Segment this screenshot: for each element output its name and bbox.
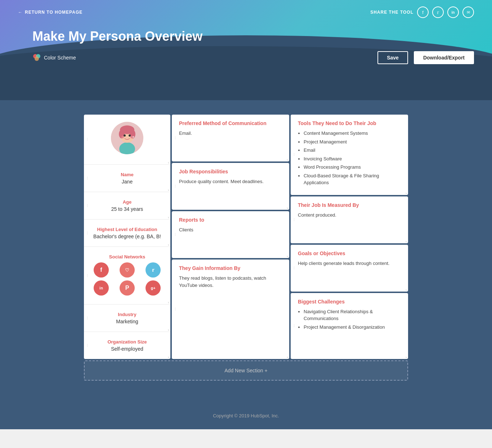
svg-point-13 [132,136,134,138]
challenge-item: Navigating Client Relationships & Commun… [304,308,401,322]
drag-handle-job-measured: ⋮ [292,218,296,221]
org-size-section: ⋮ Organization Size Self-employed ⌞ [84,332,170,359]
twitter-icon[interactable]: 𝕣 [146,262,161,278]
hero-section: ← RETURN TO HOMEPAGE SHARE THE TOOL f 𝕣 … [0,0,492,100]
age-label: Age [90,199,165,205]
add-section-label: Add New Section + [224,368,267,373]
drag-handle-gain-info: ⋮ [174,308,177,311]
resize-handle-name: ⌞ [168,187,170,191]
challenge-item: Project Management & Disorganization [304,324,401,331]
download-export-button[interactable]: Download/Export [414,51,474,64]
back-to-homepage-link[interactable]: ← RETURN TO HOMEPAGE [18,10,82,15]
job-measured-body: Content produced. [298,212,401,219]
org-size-value: Self-employed [90,346,165,352]
name-value: Jane [90,179,165,185]
drag-handle-org-size: ⋮ [86,344,89,347]
resize-handle-challenges: ⌞ [406,354,407,358]
reports-to-title: Reports to [179,217,282,223]
resize-handle-reports: ⌞ [287,253,289,257]
name-section: ⋮ Name Jane ⌞ [84,165,170,192]
share-linkedin-button[interactable]: in [447,6,459,18]
share-label: SHARE THE TOOL [370,10,413,15]
job-measured-card: ⋮ Their Job Is Measured By Content produ… [291,196,408,243]
share-area: SHARE THE TOOL f 𝕣 in ✉ [370,6,474,18]
challenges-card: ⋮ Biggest Challenges Navigating Client R… [291,293,408,359]
tools-body: Content Management Systems Project Manag… [298,130,401,186]
resize-handle-industry: ⌞ [168,327,170,331]
drag-handle-social: ⋮ [86,274,89,277]
reports-to-body: Clients [179,226,282,234]
share-facebook-button[interactable]: f [417,6,429,18]
drag-handle-comm: ⋮ [174,137,177,139]
resize-handle-tools: ⌞ [406,190,407,194]
resize-handle-goals: ⌞ [406,287,407,291]
tool-item: Project Management [304,138,401,146]
goals-body: Help clients generate leads through cont… [298,260,401,267]
education-section: ⋮ Highest Level of Education Bachelor's … [84,219,170,247]
resize-handle-age: ⌞ [168,214,170,218]
resize-handle-org-size: ⌞ [168,354,170,358]
footer: Copyright © 2019 HubSpot, Inc. [0,402,492,429]
drag-handle-industry: ⋮ [86,316,89,319]
age-section: ⋮ Age 25 to 34 years ⌞ [84,192,170,219]
middle-column: ⋮ Preferred Method of Communication Emai… [172,115,289,359]
facebook-icon[interactable]: f [94,262,109,278]
industry-value: Marketing [90,319,165,324]
resize-handle-gain-info: ⌞ [287,354,289,358]
right-column: ⋮ Tools They Need to Do Their Job Conten… [291,115,408,359]
drag-handle-tools: ⋮ [292,153,296,156]
tools-title: Tools They Need to Do Their Job [298,120,401,126]
challenges-title: Biggest Challenges [298,299,401,305]
tool-item: Invoicing Software [304,155,401,163]
drag-handle-job-resp: ⋮ [174,185,177,188]
resize-handle-social: ⌞ [168,300,170,303]
job-measured-title: Their Job Is Measured By [298,202,401,208]
name-label: Name [90,172,165,177]
arrow-left-icon: ← [18,10,23,15]
resize-handle-comm: ⌞ [287,157,289,161]
preferred-comm-title: Preferred Method of Communication [179,120,282,126]
svg-point-10 [129,134,131,137]
social-networks-section: ⋮ Social Networks f ♡ 𝕣 in P g+ ⌞ [84,247,170,305]
profile-card: ⋮ [84,115,170,359]
share-email-button[interactable]: ✉ [462,6,474,18]
avatar [111,122,143,154]
color-scheme-selector[interactable]: Color Scheme [32,53,76,62]
svg-point-2 [35,57,39,61]
tool-item: Word Processing Programs [304,164,401,171]
tool-item: Cloud-Based Storage & File Sharing Appli… [304,172,401,186]
drag-handle-goals: ⋮ [292,266,296,269]
avatar-illustration [111,122,143,154]
svg-point-11 [121,136,124,139]
education-value: Bachelor's degree (e.g. BA, B! [90,234,165,239]
preferred-comm-body: Email. [179,130,282,137]
instagram-icon[interactable]: ♡ [120,262,135,278]
resize-handle-job-resp: ⌞ [287,205,289,209]
org-size-label: Organization Size [90,339,165,345]
drag-handle-name: ⋮ [86,177,89,179]
tools-card: ⋮ Tools They Need to Do Their Job Conten… [291,115,408,195]
drag-handle-education: ⋮ [86,231,89,234]
education-label: Highest Level of Education [90,227,165,232]
goals-title: Goals or Objectives [298,250,401,256]
google-plus-icon[interactable]: g+ [146,280,161,296]
drag-handle-avatar: ⋮ [86,138,89,141]
avatar-section: ⋮ [84,115,170,165]
tool-item: Content Management Systems [304,130,401,137]
pinterest-icon[interactable]: P [120,280,135,296]
share-twitter-button[interactable]: 𝕣 [432,6,444,18]
resize-handle-avatar: ⌞ [168,160,170,164]
svg-point-9 [124,134,126,137]
goals-card: ⋮ Goals or Objectives Help clients gener… [291,245,408,292]
linkedin-icon[interactable]: in [94,280,109,296]
color-scheme-label: Color Scheme [44,55,76,61]
persona-grid: ⋮ [84,115,408,359]
drag-handle-challenges: ⋮ [292,324,296,327]
industry-section: ⋮ Industry Marketing ⌞ [84,305,170,332]
preferred-comm-card: ⋮ Preferred Method of Communication Emai… [172,115,289,161]
gain-info-body: They read blogs, listen to podcasts, wat… [179,275,282,289]
color-scheme-icon [32,53,41,62]
challenges-body: Navigating Client Relationships & Commun… [298,308,401,331]
save-button[interactable]: Save [377,51,408,64]
add-new-section-button[interactable]: Add New Section + [84,360,408,381]
